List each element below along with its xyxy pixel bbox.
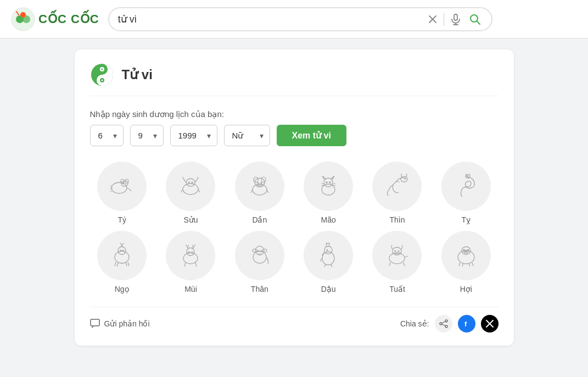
svg-point-28 bbox=[192, 182, 193, 183]
search-icon bbox=[468, 13, 481, 26]
zodiac-circle-thin bbox=[372, 162, 422, 211]
svg-point-15 bbox=[101, 69, 103, 70]
svg-text:f: f bbox=[464, 320, 467, 328]
zodiac-label-ngo: Ngọ bbox=[115, 285, 130, 293]
svg-point-25 bbox=[183, 184, 198, 195]
zodiac-label-suu: Sửu bbox=[183, 215, 198, 224]
zodiac-circle-suu bbox=[166, 162, 215, 211]
zodiac-label-mao: Mão bbox=[321, 215, 336, 224]
tiger-icon bbox=[245, 171, 275, 201]
svg-point-64 bbox=[192, 252, 193, 253]
year-select-wrapper: 1999 bbox=[170, 125, 217, 146]
svg-point-71 bbox=[257, 251, 259, 252]
svg-marker-40 bbox=[331, 176, 334, 179]
svg-line-66 bbox=[195, 263, 197, 267]
feedback-button[interactable]: Gửi phản hồi bbox=[90, 319, 150, 329]
goat-icon bbox=[176, 241, 205, 270]
xem-tuvi-button[interactable]: Xem tử vi bbox=[277, 125, 346, 146]
twitter-share-button[interactable] bbox=[481, 315, 499, 332]
zodiac-item-hoi[interactable]: Hợi bbox=[434, 231, 498, 293]
svg-line-77 bbox=[331, 264, 332, 267]
svg-rect-7 bbox=[454, 14, 457, 20]
svg-point-56 bbox=[122, 250, 124, 251]
day-select-wrapper: 6 bbox=[90, 125, 124, 146]
year-select[interactable]: 1999 bbox=[170, 125, 217, 146]
svg-line-101 bbox=[442, 324, 445, 326]
zodiac-circle-ngo bbox=[97, 231, 147, 280]
voice-search-button[interactable] bbox=[449, 12, 463, 26]
svg-point-48 bbox=[405, 178, 406, 179]
month-select[interactable]: 9 bbox=[130, 125, 164, 146]
search-input[interactable] bbox=[118, 13, 422, 25]
zodiac-item-dan[interactable]: Dần bbox=[227, 162, 292, 224]
zodiac-item-suu[interactable]: Sửu bbox=[159, 162, 223, 224]
svg-line-92 bbox=[459, 263, 460, 266]
search-divider bbox=[444, 13, 444, 26]
search-bar bbox=[108, 7, 492, 31]
dragon-icon bbox=[382, 171, 412, 201]
zodiac-item-ngo[interactable]: Ngọ bbox=[90, 231, 154, 293]
svg-point-67 bbox=[253, 251, 266, 263]
gender-select[interactable]: Nữ Nam bbox=[224, 125, 270, 146]
zodiac-label-ty: Tý bbox=[117, 215, 126, 224]
microphone-icon bbox=[450, 13, 462, 25]
svg-point-80 bbox=[395, 251, 396, 252]
svg-line-60 bbox=[128, 262, 129, 266]
share-generic-button[interactable] bbox=[435, 315, 452, 332]
svg-point-90 bbox=[463, 250, 464, 251]
svg-line-93 bbox=[462, 263, 463, 267]
yin-yang-icon bbox=[90, 63, 114, 87]
feedback-label: Gửi phản hồi bbox=[104, 319, 150, 328]
share-row: Chia sẻ: f bbox=[400, 315, 499, 332]
zodiac-item-mao[interactable]: Mão bbox=[296, 162, 361, 224]
zodiac-item-dau[interactable]: Dậu bbox=[296, 231, 361, 293]
card-footer: Gửi phản hồi Chia sẻ: f bbox=[90, 307, 499, 332]
svg-point-98 bbox=[445, 325, 447, 328]
form-section: Nhập ngày sinh dương lịch của bạn: 6 9 1… bbox=[90, 109, 499, 146]
tuvi-card: Tử vi Nhập ngày sinh dương lịch của bạn:… bbox=[75, 49, 514, 346]
svg-line-82 bbox=[405, 256, 408, 257]
svg-point-72 bbox=[261, 251, 262, 252]
logo-text: CỐC CỐC bbox=[38, 12, 99, 26]
svg-line-65 bbox=[184, 263, 186, 267]
svg-point-27 bbox=[188, 182, 189, 183]
zodiac-circle-ty2 bbox=[441, 162, 491, 211]
cat-icon bbox=[313, 171, 343, 201]
search-button[interactable] bbox=[467, 12, 483, 27]
svg-point-37 bbox=[322, 184, 335, 195]
svg-line-24 bbox=[110, 190, 113, 192]
clear-button[interactable] bbox=[426, 13, 439, 26]
svg-line-84 bbox=[404, 263, 405, 266]
svg-line-59 bbox=[126, 262, 127, 266]
svg-point-89 bbox=[466, 251, 467, 252]
share-label: Chia sẻ: bbox=[400, 319, 429, 328]
logo-icon bbox=[11, 7, 35, 31]
svg-point-62 bbox=[187, 248, 194, 256]
svg-point-75 bbox=[327, 250, 328, 251]
zodiac-item-than[interactable]: Thân bbox=[227, 231, 292, 293]
zodiac-item-ty[interactable]: Tý bbox=[90, 162, 154, 224]
zodiac-item-mui[interactable]: Mùi bbox=[159, 231, 223, 293]
zodiac-circle-hoi bbox=[441, 231, 491, 280]
logo[interactable]: CỐC CỐC bbox=[11, 7, 99, 31]
zodiac-item-ty2[interactable]: Tỵ bbox=[434, 162, 498, 224]
month-select-wrapper: 9 bbox=[130, 125, 164, 146]
svg-point-16 bbox=[101, 80, 103, 81]
zodiac-circle-tuat bbox=[372, 231, 422, 280]
day-select[interactable]: 6 bbox=[90, 125, 124, 146]
svg-line-50 bbox=[466, 174, 467, 175]
svg-point-97 bbox=[445, 320, 447, 322]
svg-line-83 bbox=[389, 263, 390, 266]
svg-point-17 bbox=[111, 182, 127, 193]
horse-icon bbox=[107, 241, 137, 270]
svg-line-94 bbox=[469, 263, 470, 267]
zodiac-item-thin[interactable]: Thìn bbox=[365, 162, 429, 224]
zodiac-circle-dau bbox=[304, 231, 353, 280]
header: CỐC CỐC bbox=[0, 0, 588, 38]
svg-point-91 bbox=[468, 250, 469, 251]
zodiac-item-tuat[interactable]: Tuất bbox=[365, 231, 429, 293]
facebook-share-button[interactable]: f bbox=[458, 315, 475, 332]
monkey-icon bbox=[245, 241, 275, 270]
svg-point-34 bbox=[261, 182, 262, 184]
svg-point-55 bbox=[120, 250, 121, 251]
